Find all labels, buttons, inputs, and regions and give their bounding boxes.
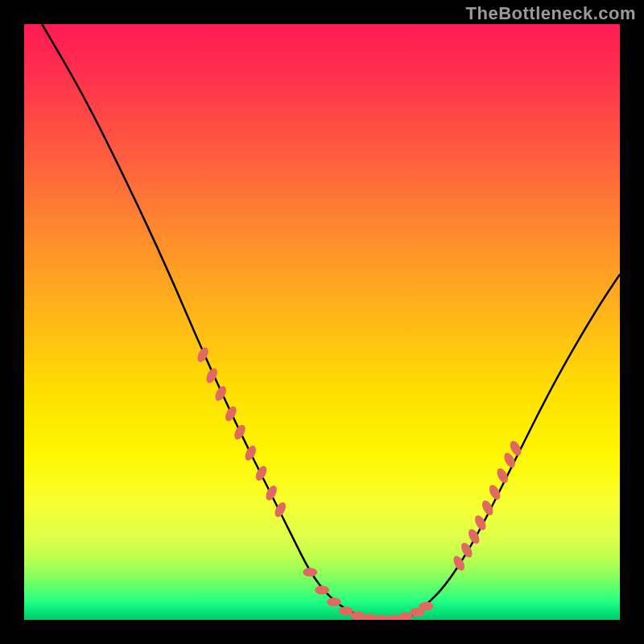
- watermark-text: TheBottleneck.com: [466, 3, 636, 24]
- chart-stage: TheBottleneck.com: [0, 0, 644, 644]
- marker-dot: [223, 405, 238, 423]
- marker-cluster-bottom: [303, 568, 433, 620]
- marker-dot: [243, 444, 258, 462]
- marker-dot: [303, 568, 317, 576]
- marker-dot: [487, 483, 502, 502]
- marker-dot: [480, 498, 495, 517]
- plot-area: [24, 24, 620, 620]
- marker-dot: [339, 606, 353, 615]
- marker-cluster-left: [195, 345, 287, 518]
- marker-dot: [264, 484, 279, 502]
- marker-dot: [232, 423, 247, 441]
- marker-dot: [327, 597, 341, 606]
- marker-cluster-right: [452, 439, 523, 572]
- bottleneck-curve: [42, 24, 620, 620]
- marker-dot: [254, 464, 269, 483]
- marker-dot: [315, 586, 329, 595]
- marker-dot: [419, 602, 434, 611]
- curve-svg: [24, 24, 620, 620]
